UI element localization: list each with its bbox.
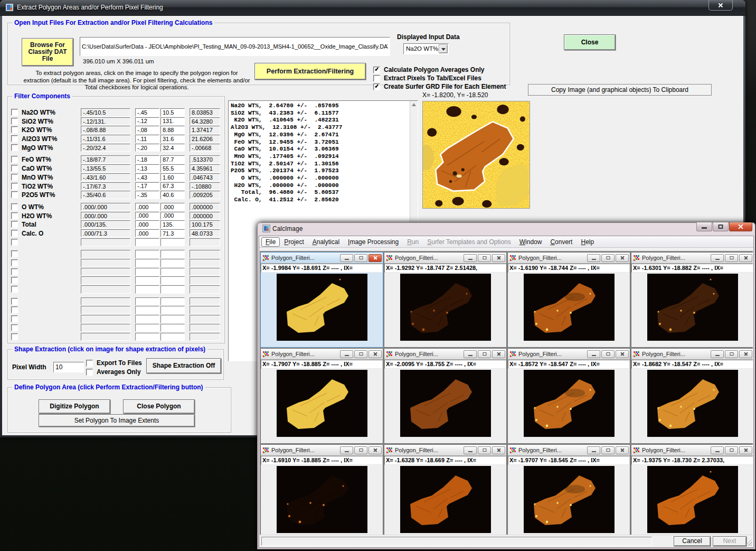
filter-max-input[interactable]	[160, 268, 185, 276]
next-button[interactable]: Next	[713, 536, 746, 546]
filter-max-input[interactable]	[160, 203, 185, 211]
child-minimize-button[interactable]	[340, 350, 353, 358]
filter-element-checkbox[interactable]	[11, 298, 18, 305]
child-minimize-button[interactable]	[340, 446, 353, 454]
filter-element-checkbox[interactable]	[11, 221, 18, 228]
child-titlebar[interactable]: Polygon_Filteri...	[508, 445, 630, 456]
filter-min-input[interactable]	[135, 268, 159, 276]
child-close-button[interactable]	[368, 446, 382, 454]
child-minimize-button[interactable]	[587, 254, 600, 262]
child-image-area[interactable]	[261, 273, 383, 347]
filter-element-checkbox[interactable]	[11, 333, 18, 340]
child-minimize-button[interactable]	[464, 350, 477, 358]
filter-max-input[interactable]	[160, 173, 185, 182]
filter-element-checkbox[interactable]	[11, 259, 18, 266]
filter-max-input[interactable]	[160, 117, 185, 126]
child-close-button[interactable]	[739, 446, 752, 454]
polygon-filter-child-window[interactable]: Polygon_Filteri... X= -1.6190 Y= -18.744…	[507, 252, 630, 348]
cancel-button[interactable]: Cancel	[674, 536, 711, 546]
child-restore-button[interactable]	[725, 446, 738, 454]
set-polygon-extents-button[interactable]: Set Polygon To Image Extents	[39, 414, 195, 427]
shape-extraction-off-button[interactable]: Shape Extraction Off	[146, 358, 221, 373]
child-image-area[interactable]	[384, 465, 506, 536]
filter-min-input[interactable]	[135, 229, 159, 238]
resize-grip[interactable]	[745, 539, 752, 546]
child-minimize-button[interactable]	[587, 350, 600, 358]
child-minimize-button[interactable]	[587, 446, 600, 454]
filter-min-input[interactable]	[135, 315, 159, 323]
filter-min-input[interactable]	[135, 333, 159, 341]
child-titlebar[interactable]: Polygon_Filteri...	[261, 445, 383, 456]
polygon-filter-child-window[interactable]: Polygon_Filteri... X= -2.0095 Y= -18.755…	[384, 348, 507, 444]
child-image-area[interactable]	[631, 273, 753, 347]
filter-max-input[interactable]	[160, 229, 185, 238]
filter-max-input[interactable]	[160, 126, 185, 134]
child-image-area[interactable]	[261, 369, 383, 443]
filter-max-input[interactable]	[160, 220, 185, 229]
child-close-button[interactable]	[616, 446, 629, 454]
filter-min-input[interactable]	[135, 276, 159, 285]
polygon-filter-child-window[interactable]: Polygon_Filteri... X= -1.8682 Y= -18.547…	[631, 348, 753, 444]
child-titlebar[interactable]: Polygon_Filteri...	[384, 445, 506, 456]
child-close-button[interactable]	[492, 350, 505, 358]
browse-classify-dat-button[interactable]: Browse For Classify DAT File	[22, 38, 73, 66]
filter-min-input[interactable]	[135, 117, 159, 126]
menu-item[interactable]: Convert	[546, 237, 577, 247]
create-grd-checkbox[interactable]	[373, 83, 380, 90]
filter-max-input[interactable]	[160, 155, 185, 164]
export-to-files-checkbox[interactable]	[86, 360, 93, 367]
filter-element-checkbox[interactable]	[11, 230, 18, 237]
child-titlebar[interactable]: Polygon_Filteri...	[384, 349, 506, 360]
child-close-button[interactable]	[739, 254, 752, 262]
polygon-filter-child-window[interactable]: Polygon_Filteri... X= -1.9292 Y= -18.747…	[384, 252, 507, 348]
calcimage-window[interactable]: CalcImage File Project Analytical Image …	[257, 222, 755, 549]
filter-element-checkbox[interactable]	[11, 191, 18, 198]
child-restore-button[interactable]	[725, 254, 738, 262]
child-restore-button[interactable]	[725, 350, 738, 358]
filter-min-input[interactable]	[135, 108, 159, 117]
filter-min-input[interactable]	[135, 306, 159, 314]
polygon-filter-child-window[interactable]: Polygon_Filteri... X= -1.8572 Y= -18.547…	[507, 348, 630, 444]
child-restore-button[interactable]	[601, 350, 615, 358]
child-image-area[interactable]	[384, 369, 506, 443]
filter-min-input[interactable]	[135, 212, 159, 220]
perform-extraction-button[interactable]: Perform Extraction/Filtering	[254, 63, 366, 80]
filter-max-input[interactable]	[160, 182, 185, 191]
filter-element-checkbox[interactable]	[11, 315, 18, 322]
child-restore-button[interactable]	[354, 254, 367, 262]
filter-min-input[interactable]	[135, 285, 159, 294]
child-minimize-button[interactable]	[711, 446, 724, 454]
filter-max-input[interactable]	[160, 285, 185, 294]
filter-min-input[interactable]	[135, 155, 159, 164]
child-image-area[interactable]	[508, 369, 630, 443]
child-restore-button[interactable]	[478, 254, 491, 262]
filter-min-input[interactable]	[135, 135, 159, 143]
filter-min-input[interactable]	[135, 203, 159, 211]
filter-element-checkbox[interactable]	[11, 286, 18, 293]
main-titlebar[interactable]: Extract Polygon Areas and/or Perform Pix…	[0, 0, 745, 16]
child-image-area[interactable]	[384, 273, 506, 347]
child-minimize-button[interactable]	[340, 254, 353, 262]
polygon-filter-child-window[interactable]: Polygon_Filteri... X= -1.7907 Y= -18.885…	[260, 348, 383, 444]
child-titlebar[interactable]: Polygon_Filteri...	[384, 253, 506, 264]
filter-min-input[interactable]	[135, 173, 159, 182]
polygon-filter-child-window[interactable]: Polygon_Filteri... X= -1.6910 Y= -18.885…	[260, 444, 383, 536]
child-restore-button[interactable]	[601, 446, 615, 454]
filter-element-checkbox[interactable]	[11, 144, 18, 151]
child-image-area[interactable]	[631, 465, 753, 536]
child-restore-button[interactable]	[354, 350, 367, 358]
filter-element-checkbox[interactable]	[11, 306, 18, 313]
filter-max-input[interactable]	[160, 191, 185, 199]
filter-max-input[interactable]	[160, 212, 185, 220]
displayed-input-data-select[interactable]: Na2O WT%	[403, 43, 449, 54]
filter-max-input[interactable]	[160, 333, 185, 341]
filter-element-checkbox[interactable]	[11, 174, 18, 181]
close-button[interactable]	[729, 222, 752, 231]
filter-max-input[interactable]	[160, 144, 185, 152]
child-restore-button[interactable]	[478, 446, 491, 454]
filter-min-input[interactable]	[135, 164, 159, 173]
filter-min-input[interactable]	[135, 182, 159, 191]
filter-element-checkbox[interactable]	[11, 239, 18, 246]
filter-min-input[interactable]	[135, 191, 159, 199]
child-image-area[interactable]	[261, 465, 383, 536]
